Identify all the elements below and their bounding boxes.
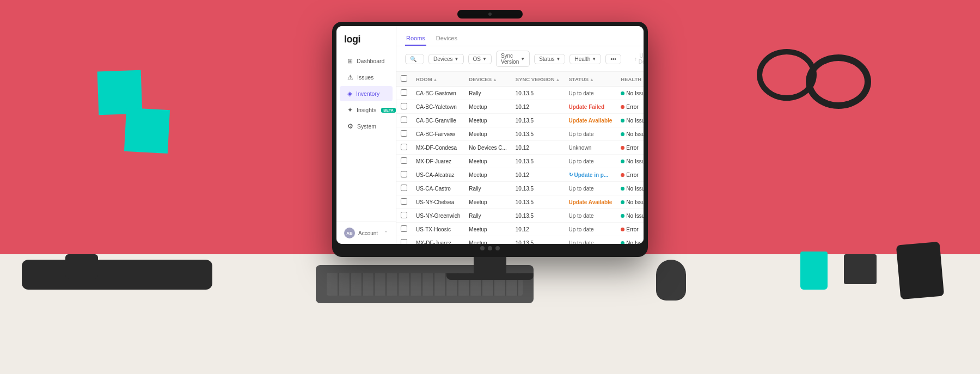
table-row: CA-BC-Yaletown Meetup 10.12 Update Faile… <box>396 100 644 114</box>
col-sync-version: SYNC VERSION▲ <box>511 72 565 87</box>
cell-health: No Issues <box>616 87 644 100</box>
cell-room: CA-BC-Gastown <box>412 87 464 100</box>
cell-health: No Issues <box>616 155 644 168</box>
cell-devices: Meetup <box>464 114 511 127</box>
status-badge-normal: Unknown <box>569 145 592 151</box>
cell-devices: Rally <box>464 87 511 100</box>
table-row: CA-BC-Granville Meetup 10.13.5 Update Av… <box>396 114 644 127</box>
app-logo: logi <box>336 34 396 53</box>
row-checkbox-2[interactable] <box>401 117 407 123</box>
filter-status[interactable]: Status ▼ <box>534 54 565 64</box>
cell-status: Up to date <box>565 209 617 223</box>
health-dot <box>621 200 624 204</box>
monitor-camera-bar <box>457 10 523 19</box>
cell-devices: No Devices C... <box>464 141 511 155</box>
cell-sync-version: 10.12 <box>511 100 565 114</box>
monitor-btn-2[interactable] <box>488 246 492 250</box>
health-label: No Issues <box>626 118 644 124</box>
cell-room: CA-BC-Yaletown <box>412 100 464 114</box>
status-badge-update: Update Available <box>569 118 612 124</box>
health-label: No Issues <box>626 131 644 137</box>
sidebar-item-system[interactable]: ⚙ System <box>340 119 393 134</box>
cell-room: US-NY-Chelsea <box>412 195 464 209</box>
cell-devices: Meetup <box>464 100 511 114</box>
cell-sync-version: 10.13.5 <box>511 209 565 223</box>
health-dot <box>621 187 624 191</box>
status-badge-inprogress: ↻Update in p... <box>569 172 612 178</box>
account-item[interactable]: AB Account ⌃ <box>344 228 388 238</box>
cell-room: US-NY-Greenwich <box>412 209 464 223</box>
update-devices-btn[interactable]: ↑ Update Devices <box>630 51 644 66</box>
cell-status: Update Failed <box>565 100 617 114</box>
cell-room: CA-BC-Granville <box>412 114 464 127</box>
cable-1 <box>806 54 871 109</box>
cell-status: Up to date <box>565 236 617 244</box>
filter-sync-version[interactable]: Sync Version ▼ <box>496 51 530 67</box>
insights-icon: ✦ <box>347 106 353 114</box>
row-checkbox-3[interactable] <box>401 130 407 137</box>
row-checkbox-8[interactable] <box>401 198 407 205</box>
table-row: MX-DF-Juarez Meetup 10.13.5 Up to date N… <box>396 236 644 244</box>
select-all-checkbox[interactable] <box>401 75 407 82</box>
more-filters-btn[interactable]: ••• <box>605 54 621 64</box>
search-icon: 🔍 <box>410 56 416 62</box>
row-checkbox-1[interactable] <box>401 103 407 109</box>
health-label: Error <box>626 104 638 110</box>
inventory-icon: ◈ <box>347 90 352 97</box>
cell-sync-version: 10.12 <box>511 168 565 182</box>
account-avatar: AB <box>344 228 355 238</box>
health-label: No Issues <box>626 186 644 192</box>
sidebar-item-issues[interactable]: ⚠ Issues <box>340 70 393 85</box>
soundbar <box>22 260 212 290</box>
postit-note-2 <box>124 108 170 154</box>
row-checkbox-7[interactable] <box>401 185 407 191</box>
cell-health: Error <box>616 223 644 236</box>
tab-devices[interactable]: Devices <box>435 32 458 46</box>
table-row: CA-BC-Fairview Meetup 10.13.5 Up to date… <box>396 127 644 141</box>
row-checkbox-10[interactable] <box>401 225 407 232</box>
main-content: Rooms Devices 🔍 Devices ▼ <box>396 26 644 244</box>
status-badge-normal: Up to date <box>569 186 594 192</box>
pencil-cup <box>800 252 828 290</box>
sidebar-item-insights[interactable]: ✦ Insights BETA <box>340 102 393 118</box>
row-checkbox-6[interactable] <box>401 171 407 177</box>
cell-status: Up to date <box>565 182 617 195</box>
health-dot <box>621 119 624 122</box>
sidebar: logi ⊞ Dashboard ⚠ Issues ◈ Inventory <box>336 26 396 244</box>
row-checkbox-11[interactable] <box>401 239 407 244</box>
cell-health: Error <box>616 168 644 182</box>
row-checkbox-4[interactable] <box>401 144 407 150</box>
row-checkbox-0[interactable] <box>401 89 407 96</box>
sidebar-item-dashboard[interactable]: ⊞ Dashboard <box>340 53 393 69</box>
health-label: Error <box>626 226 638 232</box>
cell-status: Update Available <box>565 114 617 127</box>
search-box[interactable]: 🔍 <box>405 54 424 64</box>
cell-status: Up to date <box>565 127 617 141</box>
health-label: Error <box>626 172 638 178</box>
cell-status: Up to date <box>565 87 617 100</box>
health-dot <box>621 173 624 177</box>
status-badge-normal: Up to date <box>569 158 594 164</box>
sidebar-item-inventory[interactable]: ◈ Inventory <box>340 86 393 101</box>
cell-sync-version: 10.13.5 <box>511 195 565 209</box>
tab-rooms[interactable]: Rooms <box>405 32 426 46</box>
health-dot <box>621 214 624 218</box>
monitor-btn-1[interactable] <box>480 246 485 250</box>
cell-health: Error <box>616 141 644 155</box>
health-dot <box>621 132 624 136</box>
cell-health: No Issues <box>616 195 644 209</box>
filter-health[interactable]: Health ▼ <box>569 54 601 64</box>
monitor-btn-3[interactable] <box>495 246 500 250</box>
filter-os[interactable]: OS ▼ <box>468 54 492 64</box>
filter-devices[interactable]: Devices ▼ <box>428 54 464 64</box>
health-dot <box>621 105 624 109</box>
tabs-bar: Rooms Devices <box>396 26 644 46</box>
health-dot <box>621 241 624 244</box>
cell-status: Unknown <box>565 141 617 155</box>
health-dot <box>621 228 624 231</box>
monitor-screen: logi ⊞ Dashboard ⚠ Issues ◈ Inventory <box>336 26 644 244</box>
row-checkbox-9[interactable] <box>401 212 407 218</box>
row-checkbox-5[interactable] <box>401 157 407 164</box>
sidebar-bottom: AB Account ⌃ <box>336 222 396 244</box>
app-layout: logi ⊞ Dashboard ⚠ Issues ◈ Inventory <box>336 26 644 244</box>
